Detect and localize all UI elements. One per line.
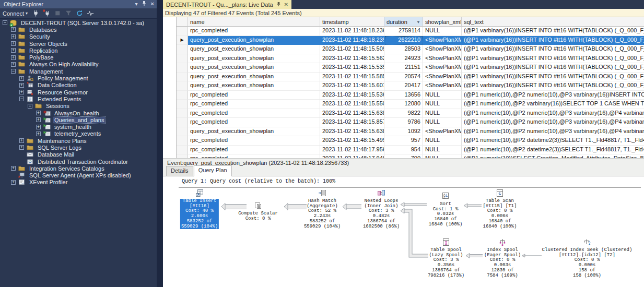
tree-item-data-collection[interactable]: +Data Collection — [0, 82, 157, 89]
live-monitor-icon[interactable] — [87, 9, 95, 17]
tree-item-resource-governor[interactable]: +Resource Governor — [0, 89, 157, 95]
panel-splitter[interactable] — [157, 0, 163, 287]
expand-icon[interactable]: + — [11, 41, 16, 46]
tree-item-always-on-high-availability[interactable]: +Always On High Availability — [0, 61, 157, 68]
collapse-icon[interactable]: − — [3, 20, 7, 25]
tree-item-sessions[interactable]: −Sessions — [0, 103, 157, 110]
event-row-rpc_completed[interactable]: rpc_completed2023-11-02 11:48:15.8577483… — [177, 118, 644, 127]
cell-sql_text: (@P1 numeric(10),@P2 numeric(10),@P3 var… — [462, 127, 644, 137]
expand-icon[interactable]: + — [11, 48, 16, 53]
row-selector-cell — [177, 27, 188, 36]
tree-item-polybase[interactable]: +PolyBase — [0, 54, 157, 61]
column-header-name[interactable]: name — [188, 17, 320, 27]
plan-node-hash-match[interactable]: Hash Match(Aggregate)Cost: 52 %2.243s583… — [303, 199, 342, 229]
collapse-icon[interactable]: − — [11, 69, 16, 74]
tree-item-queries-and-plans[interactable]: +Queries_and_plans — [0, 116, 157, 123]
refresh-icon[interactable] — [76, 9, 84, 17]
expand-icon[interactable]: + — [19, 138, 24, 143]
cell-name: rpc_completed — [188, 146, 320, 155]
event-row-query_post_execution_showplan[interactable]: query_post_execution_showplan2023-11-02 … — [177, 63, 644, 73]
tree-item-policy-management[interactable]: +Policy Management — [0, 75, 157, 81]
expand-icon[interactable]: + — [36, 131, 41, 136]
grid-corner-cell — [177, 17, 188, 27]
column-header-showplan_xml[interactable]: showplan_xml — [423, 17, 462, 27]
plan-node-table-spool[interactable]: Table Spool(Lazy Spool)Cost: 3 %0.356s13… — [427, 248, 465, 278]
tab-live-data[interactable]: DECENT-TROUT - Qu..._plans: Live Data ✕ — [163, 0, 291, 9]
expand-icon[interactable]: + — [11, 166, 16, 171]
expand-icon[interactable]: + — [36, 125, 41, 129]
plan-node-table-scan[interactable]: Table Scan[#tt15] [T1]Cost: 0 %0.006s168… — [482, 199, 518, 229]
expand-icon[interactable]: + — [36, 117, 41, 122]
event-row-query_post_execution_showplan[interactable]: query_post_execution_showplan2023-11-02 … — [177, 73, 644, 82]
tree-item-xevent-profiler[interactable]: +XEvent Profiler — [0, 179, 157, 186]
extended-events-icon — [26, 95, 34, 103]
plan-node-line: 559029 (104%) — [181, 224, 218, 230]
window-position-icon[interactable]: ▾ — [135, 1, 138, 8]
pin-icon[interactable] — [142, 1, 147, 8]
disconnect-plug-icon[interactable] — [43, 9, 51, 17]
tree-item-telemetry-xevents[interactable]: +telemetry_xevents — [0, 130, 157, 137]
tab-query-plan[interactable]: Query Plan — [194, 165, 232, 176]
tree-item-database-mail[interactable]: Database Mail — [0, 151, 157, 158]
connect-button[interactable]: Connect ▾ — [3, 10, 28, 17]
plan-node-index-spool[interactable]: Index Spool(Eager Spool)Cost: 0 %0.003s1… — [483, 248, 522, 278]
event-row-rpc_completed[interactable]: rpc_completed2023-11-02 11:48:15.5502318… — [177, 100, 644, 109]
column-header-duration[interactable]: duration▼ — [384, 17, 423, 27]
current-row-indicator: ▶ — [177, 36, 188, 45]
close-icon[interactable]: ✕ — [284, 2, 288, 7]
expand-icon[interactable]: + — [19, 83, 24, 88]
event-row-query_post_execution_showplan[interactable]: ▶query_post_execution_showplan2023-11-02… — [177, 36, 644, 45]
expand-icon[interactable]: + — [11, 180, 16, 185]
tree-item-server-objects[interactable]: +Server Objects — [0, 40, 157, 47]
collapse-icon[interactable]: − — [19, 97, 24, 101]
plan-node-sort[interactable]: SortCost: 1 %0.032s16840 of16840 (100%) — [428, 202, 464, 228]
cell-sql_text: (@P1 varbinary(16))INSERT INTO #tt16 WIT… — [462, 81, 644, 91]
expand-icon[interactable]: + — [19, 145, 24, 150]
plan-node-compute-scalar[interactable]: Compute ScalarCost: 0 % — [237, 211, 279, 221]
event-row-query_post_execution_showplan[interactable]: query_post_execution_showplan2023-11-02 … — [177, 45, 644, 54]
pin-icon[interactable] — [276, 2, 281, 8]
event-row-query_post_execution_showplan[interactable]: query_post_execution_showplan2023-11-02 … — [177, 54, 644, 64]
stop-icon[interactable] — [54, 9, 62, 17]
folder-icon — [18, 40, 26, 47]
expand-icon[interactable]: + — [11, 62, 16, 67]
expand-icon[interactable]: + — [11, 55, 16, 60]
event-row-rpc_completed[interactable]: rpc_completed2023-11-02 11:48:15.4991719… — [177, 136, 644, 146]
column-header-sql_text[interactable]: sql_text — [462, 17, 644, 27]
tree-item-alwayson-health[interactable]: +AlwaysOn_health — [0, 110, 157, 116]
tree-item-extended-events[interactable]: −Extended Events — [0, 95, 157, 102]
tree-item-sql-server-logs[interactable]: +SQL Server Logs — [0, 144, 157, 151]
tab-details[interactable]: Details — [166, 166, 193, 176]
cell-duration: 9822 — [384, 109, 423, 118]
tree-item-security[interactable]: +Security — [0, 33, 157, 40]
tree-item-system-health[interactable]: +system_health — [0, 123, 157, 130]
event-row-rpc_completed[interactable]: rpc_completed2023-11-02 11:48:17.9569026… — [177, 146, 644, 155]
column-header-timestamp[interactable]: timestamp — [320, 17, 384, 27]
event-row-rpc_completed[interactable]: rpc_completed2023-11-02 11:48:15.5365042… — [177, 91, 644, 100]
tree-item-databases[interactable]: +Databases — [0, 26, 157, 33]
tree-item-distributed-transaction-coordinator[interactable]: Distributed Transaction Coordinator — [0, 158, 157, 165]
event-row-rpc_completed[interactable]: rpc_completed2023-11-02 11:48:15.6382859… — [177, 109, 644, 118]
close-icon[interactable]: ✕ — [150, 1, 155, 8]
expand-icon[interactable]: + — [19, 76, 24, 81]
plan-node-nested-loops[interactable]: Nested Loops(Inner Join)Cost: 3 %0.482s1… — [362, 199, 401, 229]
tree-item-maintenance-plans[interactable]: +Maintenance Plans — [0, 137, 157, 144]
filter-icon[interactable] — [65, 9, 73, 17]
plan-node-clustered-index-seek[interactable]: Clustered Index Seek (Clustered)[#tt12].… — [541, 248, 634, 278]
tree-item-replication[interactable]: +Replication — [0, 47, 157, 54]
expand-icon[interactable]: + — [19, 90, 24, 94]
expand-icon[interactable]: + — [11, 27, 16, 32]
collapse-icon[interactable]: − — [28, 104, 32, 109]
object-explorer-titlebar[interactable]: Object Explorer ▾ ✕ — [0, 0, 157, 8]
expand-icon[interactable]: + — [36, 111, 41, 115]
tree-item-decent-trout-sql-server-13-0-1742-0-sa[interactable]: −DECENT-TROUT (SQL Server 13.0.1742.0 - … — [0, 19, 157, 26]
expand-icon[interactable]: + — [11, 34, 16, 39]
tree-item-integration-services-catalogs[interactable]: +Integration Services Catalogs — [0, 165, 157, 172]
tree-item-management[interactable]: −Management — [0, 68, 157, 75]
event-row-query_post_execution_showplan[interactable]: query_post_execution_showplan2023-11-02 … — [177, 127, 644, 137]
event-row-rpc_completed[interactable]: rpc_completed2023-11-02 11:48:18.2364964… — [177, 27, 644, 36]
connect-plug-icon[interactable] — [32, 9, 40, 17]
plan-node-table-insert[interactable]: Table Insert[#tt16]Cost: 40 %2.600s58325… — [180, 199, 219, 229]
tree-item-sql-server-agent-agent-xps-disabled[interactable]: SQL Server Agent (Agent XPs disabled) — [0, 172, 157, 179]
event-row-query_post_execution_showplan[interactable]: query_post_execution_showplan2023-11-02 … — [177, 81, 644, 91]
